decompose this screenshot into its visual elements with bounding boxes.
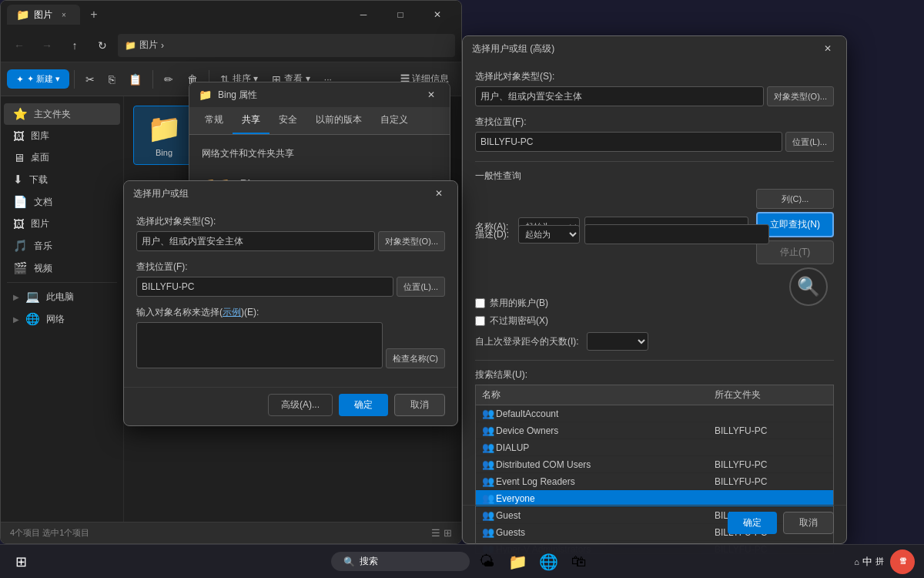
cut-icon: ✂ — [85, 73, 95, 86]
ime-indicator[interactable]: 中 — [862, 555, 872, 569]
close-btn[interactable]: ✕ — [420, 1, 455, 29]
table-row[interactable]: 👥Device Owners BILLYFU-PC — [476, 422, 833, 439]
desc-filter-select[interactable]: 起始为 包含 — [518, 225, 580, 244]
sidebar-item-documents[interactable]: 📄 文档 — [4, 191, 120, 213]
user-group-icon: 👥 — [482, 492, 494, 504]
tab-close[interactable]: × — [57, 8, 71, 22]
select-user-ok-btn[interactable]: 确定 — [339, 394, 388, 416]
user-group-icon: 👥 — [482, 408, 494, 419]
sidebar-item-gallery[interactable]: 🖼 图库 — [4, 126, 120, 146]
network-tray-icon[interactable]: ⌂ — [854, 557, 859, 566]
refresh-btn[interactable]: ↻ — [90, 33, 115, 58]
enter-name-group: 输入对象名称来选择(示例)(E): 检查名称(C) — [136, 306, 445, 368]
adv-location-value: BILLYFU-PC — [475, 132, 782, 152]
taskbar-explorer-icon[interactable]: 📁 — [504, 548, 531, 576]
result-name-cell: 👥Event Log Readers — [476, 473, 708, 490]
object-type-row: 用户、组或内置安全主体 对象类型(O)... — [136, 231, 445, 251]
select-user-small-titlebar: 选择用户或组 ✕ — [124, 181, 457, 206]
check-name-btn[interactable]: 检查名称(C) — [386, 348, 445, 368]
tab-security[interactable]: 安全 — [270, 107, 306, 134]
result-name-cell: 👥Device Owners — [476, 422, 708, 439]
status-bar: 4个项目 选中1个项目 ☰ ⊞ — [1, 522, 461, 543]
sidebar-item-thispc[interactable]: ▶ 💻 此电脑 — [4, 286, 120, 307]
adv-location-btn[interactable]: 位置(L)... — [785, 132, 834, 152]
adv-dialog-close[interactable]: ✕ — [819, 39, 837, 58]
copy-icon: ⎘ — [109, 73, 115, 86]
advanced-btn[interactable]: 高级(A)... — [268, 394, 333, 416]
desc-filter-input[interactable] — [584, 224, 769, 244]
section-divider2 — [475, 360, 834, 361]
sidebar-item-desktop[interactable]: 🖥 桌面 — [4, 147, 120, 168]
sidebar-item-music[interactable]: 🎵 音乐 — [4, 235, 120, 257]
sidebar-item-downloads[interactable]: ⬇ 下载 — [4, 169, 120, 190]
taskbar-edge-icon[interactable]: 🌐 — [534, 548, 562, 576]
rename-btn[interactable]: ✏ — [158, 70, 179, 89]
enter-name-row: 检查名称(C) — [136, 322, 445, 368]
sidebar-item-network[interactable]: ▶ 🌐 网络 — [4, 308, 120, 330]
object-type-value: 用户、组或内置安全主体 — [136, 231, 375, 251]
sidebar-item-pictures[interactable]: 🖼 图片 — [4, 213, 120, 234]
desc-filter-label: 描述(D): — [475, 228, 514, 241]
bing-dialog-title: Bing 属性 — [218, 89, 416, 102]
section-divider — [475, 161, 834, 162]
status-text: 4个项目 选中1个项目 — [10, 527, 89, 539]
user-group-icon: 👥 — [482, 459, 494, 470]
taskbar-store-icon[interactable]: 🛍 — [565, 548, 593, 576]
tab-sharing[interactable]: 共享 — [233, 107, 270, 134]
back-btn[interactable]: ← — [7, 33, 32, 58]
address-bar[interactable]: 📁 图片 › — [118, 34, 455, 57]
object-type-group: 选择此对象类型(S): 用户、组或内置安全主体 对象类型(O)... — [136, 215, 445, 251]
result-location-cell — [708, 439, 833, 456]
location-btn[interactable]: 位置(L)... — [397, 277, 445, 297]
table-row[interactable]: 👥DefaultAccount — [476, 405, 833, 422]
adv-ok-btn[interactable]: 确定 — [728, 512, 777, 534]
select-user-small-close[interactable]: ✕ — [430, 184, 448, 203]
tab-customize[interactable]: 自定义 — [371, 107, 417, 134]
table-row[interactable]: 👥Event Log Readers BILLYFU-PC — [476, 473, 833, 490]
adv-cancel-btn[interactable]: 取消 — [783, 512, 834, 534]
example-link[interactable]: 示例 — [223, 307, 241, 318]
grid-view-btn[interactable]: ⊞ — [444, 527, 452, 539]
taskbar-widget-icon[interactable]: 🌤 — [473, 548, 500, 576]
network-icon: 🌐 — [25, 312, 40, 326]
tab-general[interactable]: 常规 — [196, 107, 233, 134]
copy-btn[interactable]: ⎘ — [102, 70, 121, 89]
start-btn[interactable]: ⊞ — [6, 547, 35, 576]
documents-icon: 📄 — [13, 195, 28, 209]
col-btn[interactable]: 列(C)... — [756, 189, 834, 209]
cut-btn[interactable]: ✂ — [79, 70, 101, 89]
select-user-cancel-btn[interactable]: 取消 — [394, 394, 445, 416]
ime-mode-indicator[interactable]: 拼 — [875, 556, 884, 567]
up-btn[interactable]: ↑ — [62, 33, 87, 58]
disabled-accounts-row: 禁用的账户(B) — [475, 297, 834, 310]
bing-dialog-close[interactable]: ✕ — [422, 86, 440, 104]
minimize-btn[interactable]: ─ — [346, 1, 381, 29]
maximize-btn[interactable]: □ — [383, 1, 418, 29]
new-tab-btn[interactable]: + — [83, 4, 105, 25]
object-name-input[interactable] — [136, 322, 383, 368]
window-controls: ─ □ ✕ — [346, 1, 455, 29]
table-row[interactable]: 👥DIALUP — [476, 439, 833, 456]
taskbar-search[interactable]: 🔍 搜索 — [331, 552, 470, 571]
object-type-btn[interactable]: 对象类型(O)... — [378, 231, 445, 251]
search-icon: 🔍 — [343, 556, 355, 567]
sidebar-item-home[interactable]: ⭐ 主文件夹 — [4, 103, 120, 125]
ribbon-sep1 — [74, 70, 75, 89]
bing-dialog-tabs: 常规 共享 安全 以前的版本 自定义 — [189, 107, 450, 135]
location-group: 查找位置(F): BILLYFU-PC 位置(L)... — [136, 260, 445, 297]
list-view-btn[interactable]: ☰ — [431, 527, 440, 539]
adv-body: 选择此对象类型(S): 用户、组或内置安全主体 对象类型(O)... 查找位置(… — [463, 61, 846, 563]
select-user-small-body: 选择此对象类型(S): 用户、组或内置安全主体 对象类型(O)... 查找位置(… — [124, 206, 457, 387]
sidebar-item-videos[interactable]: 🎬 视频 — [4, 257, 120, 279]
new-btn[interactable]: ✦ ✦ 新建 ▾ — [7, 69, 69, 89]
explorer-tab[interactable]: 📁 图片 × — [7, 5, 80, 25]
forward-btn[interactable]: → — [35, 33, 59, 58]
file-item-bing[interactable]: 📁 Bing — [133, 106, 195, 165]
days-since-select[interactable] — [587, 332, 648, 351]
paste-btn[interactable]: 📋 — [122, 70, 148, 89]
table-row[interactable]: 👥Distributed COM Users BILLYFU-PC — [476, 456, 833, 473]
adv-object-type-btn[interactable]: 对象类型(O)... — [767, 86, 834, 106]
disabled-accounts-checkbox[interactable] — [475, 298, 485, 308]
no-expire-checkbox[interactable] — [475, 316, 485, 326]
tab-previous-versions[interactable]: 以前的版本 — [306, 107, 371, 134]
